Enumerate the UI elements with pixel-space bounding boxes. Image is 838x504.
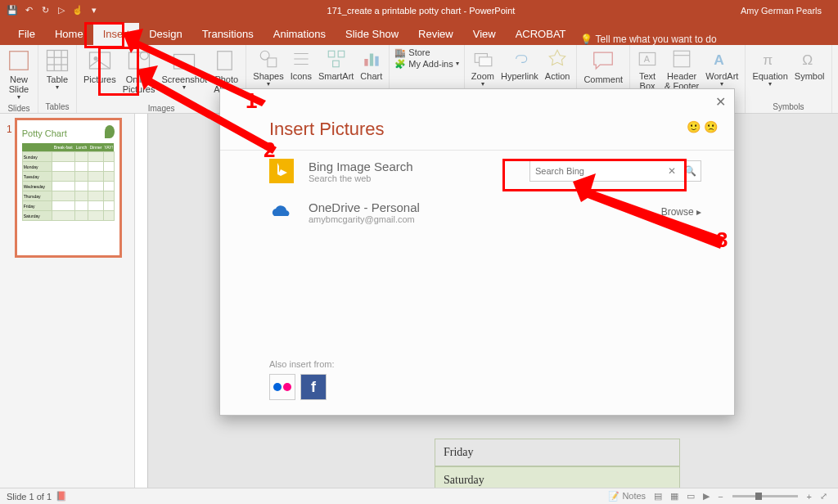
start-icon[interactable]: ▷ [54, 3, 69, 18]
tab-slideshow[interactable]: Slide Show [336, 23, 408, 45]
touch-icon[interactable]: ☝ [70, 3, 85, 18]
leaf-icon [105, 125, 115, 138]
video-button[interactable]: Video▾ [836, 47, 838, 90]
slide-thumbnail-1[interactable]: 1 Potty Chart Break-fastLunchDinnerYAY! … [3, 120, 131, 255]
header-button[interactable]: Header & Footer [661, 47, 702, 92]
svg-text:A: A [644, 54, 651, 64]
svg-point-34 [283, 383, 291, 391]
zoom-out-icon[interactable]: − [714, 492, 727, 502]
also-insert-label: Also insert from: [269, 359, 334, 369]
table-button[interactable]: Table▾ [42, 47, 73, 93]
tab-animations[interactable]: Animations [264, 23, 336, 45]
symbol-button[interactable]: ΩSymbol [791, 47, 828, 83]
svg-rect-18 [370, 54, 373, 66]
svg-text:π: π [763, 52, 773, 68]
reading-view-icon[interactable]: ▭ [683, 491, 699, 502]
wordart-button[interactable]: AWordArt▾ [702, 47, 741, 90]
svg-rect-1 [47, 51, 68, 71]
store-icon: 🏬 [394, 47, 406, 57]
facebook-button[interactable]: f [300, 374, 327, 400]
group-symbols: Symbols [749, 101, 827, 112]
thumb-number: 1 [7, 124, 12, 255]
svg-text:Ω: Ω [803, 52, 813, 68]
notes-button[interactable]: 📝 Notes [604, 491, 650, 502]
svg-point-7 [93, 56, 97, 61]
annotation-number-2: 2 [264, 137, 275, 163]
svg-rect-15 [338, 51, 345, 57]
group-slides: Slides [3, 103, 34, 114]
comment-button[interactable]: Comment [580, 47, 626, 86]
my-addins-button[interactable]: 🧩 My Add-ins ▾ [393, 58, 461, 70]
onedrive-icon [269, 200, 294, 224]
facebook-icon: f [311, 379, 316, 396]
arrow-3 [573, 173, 728, 251]
zoom-slider[interactable] [732, 495, 798, 497]
tab-acrobat[interactable]: ACROBAT [506, 23, 576, 45]
zoom-in-icon[interactable]: + [803, 492, 816, 502]
flickr-icon [273, 382, 291, 392]
undo-icon[interactable]: ↶ [21, 3, 36, 18]
sorter-view-icon[interactable]: ▦ [666, 491, 683, 502]
frown-icon[interactable]: 🙁 [704, 120, 718, 133]
qat-more-icon[interactable]: ▾ [87, 3, 101, 18]
icons-button[interactable]: Icons [287, 47, 315, 83]
ruler-vertical [135, 114, 148, 488]
close-icon[interactable]: ✕ [715, 94, 726, 110]
text-box-button[interactable]: AText Box [633, 47, 661, 92]
svg-marker-37 [573, 173, 724, 249]
status-slide: Slide 1 of 1 [7, 492, 52, 502]
flickr-button[interactable] [269, 374, 295, 400]
svg-text:A: A [714, 52, 725, 68]
insert-pictures-dialog: ✕ 🙂 🙁 Insert Pictures Bing Image Search … [219, 88, 735, 416]
zoom-button[interactable]: Zoom▾ [468, 47, 498, 90]
slide-title: Potty Chart [22, 128, 67, 138]
smile-icon[interactable]: 🙂 [687, 120, 701, 133]
window-title: 171_create a printable potty chart - Pow… [101, 6, 741, 16]
annotation-box-insert-tab [84, 22, 124, 48]
action-button[interactable]: Action [542, 47, 574, 83]
new-slide-button[interactable]: New Slide▾ [3, 47, 34, 103]
table-row: Friday [435, 439, 680, 466]
normal-view-icon[interactable]: ▤ [650, 491, 666, 502]
save-icon[interactable]: 💾 [5, 3, 20, 18]
svg-rect-24 [674, 51, 690, 67]
fit-icon[interactable]: ⤢ [816, 491, 831, 502]
svg-rect-14 [328, 51, 335, 57]
redo-icon[interactable]: ↻ [38, 3, 52, 18]
annotation-number-3: 3 [716, 227, 728, 253]
addins-icon: 🧩 [394, 59, 406, 69]
svg-rect-17 [364, 59, 367, 66]
potty-table: Break-fastLunchDinnerYAY! Sunday Monday … [22, 143, 115, 221]
smartart-button[interactable]: SmartArt [315, 47, 357, 83]
user-name: Amy German Pearls [741, 6, 838, 16]
annotation-number-1: 1 [246, 88, 257, 114]
tell-me[interactable]: 💡Tell me what you want to do [580, 34, 717, 45]
chart-button[interactable]: Chart [357, 47, 385, 83]
bulb-icon: 💡 [580, 34, 592, 45]
tab-review[interactable]: Review [408, 23, 463, 45]
svg-rect-19 [375, 56, 378, 66]
slideshow-view-icon[interactable]: ▶ [699, 491, 714, 502]
dialog-title: Insert Pictures [220, 89, 734, 150]
group-media: Media [836, 101, 838, 112]
bing-heading: Bing Image Search [309, 160, 529, 173]
equation-button[interactable]: πEquation▾ [749, 47, 791, 90]
svg-point-33 [273, 383, 282, 391]
store-button[interactable]: 🏬 Store [393, 47, 461, 58]
tab-file[interactable]: File [8, 23, 45, 45]
hyperlink-button[interactable]: Hyperlink [498, 47, 542, 83]
group-tables: Tables [42, 101, 73, 112]
svg-rect-16 [332, 61, 339, 67]
svg-rect-0 [10, 52, 29, 70]
svg-rect-21 [480, 57, 492, 66]
spellcheck-icon[interactable]: 📕 [52, 491, 71, 502]
arrow-2 [137, 65, 281, 155]
tab-view[interactable]: View [463, 23, 506, 45]
bing-sub: Search the web [309, 173, 529, 183]
